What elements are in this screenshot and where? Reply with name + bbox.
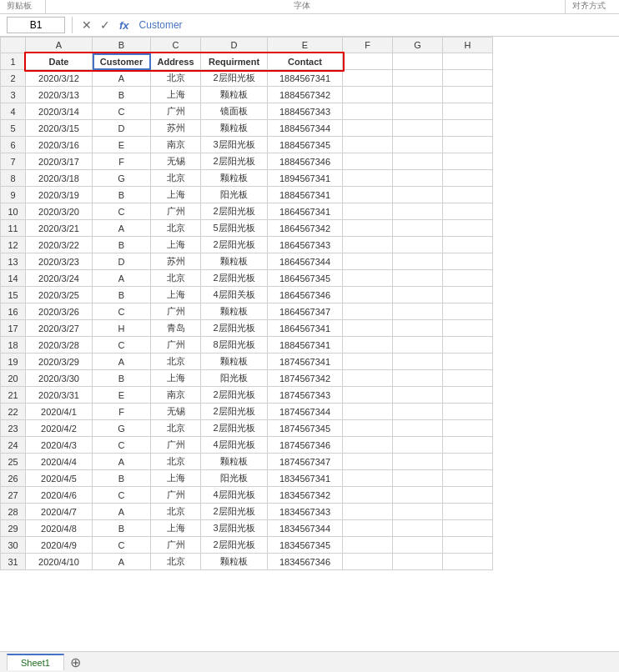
cell-e18[interactable]: 1884567341 xyxy=(268,337,343,354)
cell-g9[interactable] xyxy=(393,187,443,203)
cell-f31[interactable] xyxy=(343,554,393,570)
cell-e25[interactable]: 1874567347 xyxy=(268,454,343,470)
cell-b2[interactable]: A xyxy=(93,70,151,87)
cell-b3[interactable]: B xyxy=(93,87,151,103)
cell-a3[interactable]: 2020/3/13 xyxy=(26,87,93,103)
cell-h28[interactable] xyxy=(443,504,493,520)
cell-f4[interactable] xyxy=(343,103,393,120)
cell-a27[interactable]: 2020/4/6 xyxy=(26,487,93,504)
cell-f26[interactable] xyxy=(343,470,393,487)
cell-a16[interactable]: 2020/3/26 xyxy=(26,303,93,320)
cell-e14[interactable]: 1864567345 xyxy=(268,270,343,287)
cell-a7[interactable]: 2020/3/17 xyxy=(26,153,93,170)
cell-f29[interactable] xyxy=(343,520,393,537)
cell-g10[interactable] xyxy=(393,203,443,220)
cell-e3[interactable]: 1884567342 xyxy=(268,87,343,103)
cell-f15[interactable] xyxy=(343,287,393,303)
cell-g16[interactable] xyxy=(393,303,443,320)
cell-c3[interactable]: 上海 xyxy=(151,87,201,103)
cell-b13[interactable]: D xyxy=(93,253,151,270)
cell-h4[interactable] xyxy=(443,103,493,120)
cell-h22[interactable] xyxy=(443,404,493,420)
cell-c8[interactable]: 北京 xyxy=(151,170,201,187)
cell-h6[interactable] xyxy=(443,137,493,153)
cell-c12[interactable]: 上海 xyxy=(151,237,201,253)
cell-a18[interactable]: 2020/3/28 xyxy=(26,337,93,354)
cell-a30[interactable]: 2020/4/9 xyxy=(26,537,93,554)
cell-f21[interactable] xyxy=(343,387,393,404)
cell-d7[interactable]: 2层阳光板 xyxy=(201,153,268,170)
cell-a2[interactable]: 2020/3/12 xyxy=(26,70,93,87)
cell-b25[interactable]: A xyxy=(93,454,151,470)
cell-d16[interactable]: 颗粒板 xyxy=(201,303,268,320)
cell-h9[interactable] xyxy=(443,187,493,203)
cell-a9[interactable]: 2020/3/19 xyxy=(26,187,93,203)
cell-b16[interactable]: C xyxy=(93,303,151,320)
col-header-f[interactable]: F xyxy=(343,38,393,53)
cell-f3[interactable] xyxy=(343,87,393,103)
cell-b26[interactable]: B xyxy=(93,470,151,487)
cell-a21[interactable]: 2020/3/31 xyxy=(26,387,93,404)
cell-a17[interactable]: 2020/3/27 xyxy=(26,320,93,337)
cell-h13[interactable] xyxy=(443,253,493,270)
cell-a6[interactable]: 2020/3/16 xyxy=(26,137,93,153)
cell-c23[interactable]: 北京 xyxy=(151,420,201,437)
cell-g27[interactable] xyxy=(393,487,443,504)
cell-g19[interactable] xyxy=(393,354,443,370)
cell-g25[interactable] xyxy=(393,454,443,470)
cell-h5[interactable] xyxy=(443,120,493,137)
cell-h27[interactable] xyxy=(443,487,493,504)
cell-b30[interactable]: C xyxy=(93,537,151,554)
cell-a29[interactable]: 2020/4/8 xyxy=(26,520,93,537)
cell-a20[interactable]: 2020/3/30 xyxy=(26,370,93,387)
cell-d17[interactable]: 2层阳光板 xyxy=(201,320,268,337)
cell-c14[interactable]: 北京 xyxy=(151,270,201,287)
cell-h8[interactable] xyxy=(443,170,493,187)
cell-h30[interactable] xyxy=(443,537,493,554)
cell-g12[interactable] xyxy=(393,237,443,253)
cell-d23[interactable]: 2层阳光板 xyxy=(201,420,268,437)
cell-a25[interactable]: 2020/4/4 xyxy=(26,454,93,470)
cell-e23[interactable]: 1874567345 xyxy=(268,420,343,437)
cell-c10[interactable]: 广州 xyxy=(151,203,201,220)
cell-c26[interactable]: 上海 xyxy=(151,470,201,487)
cell-f11[interactable] xyxy=(343,220,393,237)
cell-g31[interactable] xyxy=(393,554,443,570)
cell-h29[interactable] xyxy=(443,520,493,537)
cell-c13[interactable]: 苏州 xyxy=(151,253,201,270)
cell-b29[interactable]: B xyxy=(93,520,151,537)
cell-reference[interactable] xyxy=(7,17,65,33)
cell-h18[interactable] xyxy=(443,337,493,354)
cell-b31[interactable]: A xyxy=(93,554,151,570)
col-header-d[interactable]: D xyxy=(201,38,268,53)
cell-d28[interactable]: 2层阳光板 xyxy=(201,504,268,520)
cell-h20[interactable] xyxy=(443,370,493,387)
cell-d24[interactable]: 4层阳光板 xyxy=(201,437,268,454)
cell-c9[interactable]: 上海 xyxy=(151,187,201,203)
cell-f20[interactable] xyxy=(343,370,393,387)
cell-f10[interactable] xyxy=(343,203,393,220)
cell-e13[interactable]: 1864567344 xyxy=(268,253,343,270)
formula-input[interactable] xyxy=(136,18,612,33)
cell-g2[interactable] xyxy=(393,70,443,87)
cell-e28[interactable]: 1834567343 xyxy=(268,504,343,520)
cell-a19[interactable]: 2020/3/29 xyxy=(26,354,93,370)
cell-e26[interactable]: 1834567341 xyxy=(268,470,343,487)
cell-g18[interactable] xyxy=(393,337,443,354)
cell-c22[interactable]: 无锡 xyxy=(151,404,201,420)
cell-e19[interactable]: 1874567341 xyxy=(268,354,343,370)
cell-e4[interactable]: 1884567343 xyxy=(268,103,343,120)
cell-d6[interactable]: 3层阳光板 xyxy=(201,137,268,153)
cell-c24[interactable]: 广州 xyxy=(151,437,201,454)
cell-c29[interactable]: 上海 xyxy=(151,520,201,537)
cell-b20[interactable]: B xyxy=(93,370,151,387)
cell-d8[interactable]: 颗粒板 xyxy=(201,170,268,187)
cell-f5[interactable] xyxy=(343,120,393,137)
cell-c5[interactable]: 苏州 xyxy=(151,120,201,137)
cell-a28[interactable]: 2020/4/7 xyxy=(26,504,93,520)
cell-h1[interactable] xyxy=(443,53,493,70)
cell-a5[interactable]: 2020/3/15 xyxy=(26,120,93,137)
cell-g4[interactable] xyxy=(393,103,443,120)
cell-e9[interactable]: 1884567341 xyxy=(268,187,343,203)
cell-d25[interactable]: 颗粒板 xyxy=(201,454,268,470)
